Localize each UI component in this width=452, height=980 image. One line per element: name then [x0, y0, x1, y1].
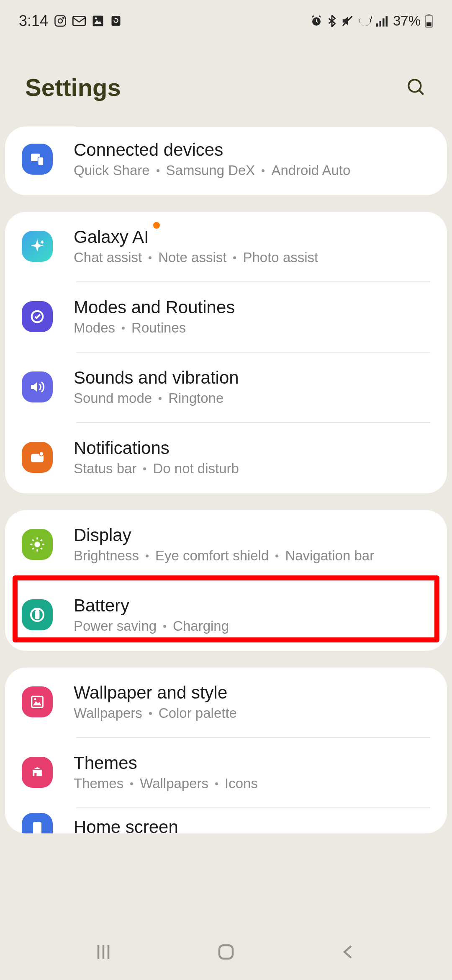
nav-recents-button[interactable] — [93, 942, 113, 964]
svg-point-1 — [58, 19, 62, 23]
item-text: Display BrightnessEye comfort shieldNavi… — [74, 525, 430, 564]
item-text: Wallpaper and style WallpapersColor pale… — [74, 683, 430, 721]
svg-point-6 — [95, 17, 97, 19]
galaxy-ai-icon — [22, 231, 53, 262]
battery-settings-icon — [22, 599, 53, 630]
mute-icon — [341, 15, 354, 27]
settings-item-notifications[interactable]: Notifications Status barDo not disturb — [5, 423, 447, 493]
battery-percentage: 37% — [393, 13, 421, 29]
item-subtitle: Power savingCharging — [74, 618, 430, 634]
item-subtitle: Status barDo not disturb — [74, 461, 430, 477]
item-text: Galaxy AI Chat assistNote assistPhoto as… — [74, 227, 430, 266]
item-text: Themes ThemesWallpapersIcons — [74, 753, 430, 792]
alarm-icon — [310, 15, 323, 27]
svg-line-33 — [32, 548, 33, 549]
nav-home-button[interactable] — [216, 942, 236, 964]
settings-item-modes-routines[interactable]: Modes and Routines ModesRoutines — [5, 282, 447, 353]
settings-item-connected-devices[interactable]: Connected devices Quick ShareSamsung DeX… — [5, 126, 447, 195]
item-title: Themes — [74, 753, 430, 773]
status-bar: 3:14 6 37% — [0, 0, 452, 40]
svg-rect-18 — [426, 22, 431, 26]
item-text: Modes and Routines ModesRoutines — [74, 297, 430, 336]
item-subtitle: WallpapersColor palette — [74, 705, 430, 721]
item-title: Battery — [74, 596, 430, 616]
svg-rect-12 — [376, 23, 378, 27]
item-title: Notifications — [74, 438, 430, 458]
item-title: Display — [74, 525, 430, 545]
settings-item-wallpaper-style[interactable]: Wallpaper and style WallpapersColor pale… — [5, 668, 447, 738]
item-text: Notifications Status barDo not disturb — [74, 438, 430, 477]
settings-item-battery[interactable]: Battery Power savingCharging — [5, 580, 447, 651]
item-subtitle: ModesRoutines — [74, 320, 430, 336]
svg-point-25 — [39, 452, 44, 456]
svg-rect-46 — [219, 945, 233, 959]
svg-rect-4 — [93, 15, 103, 26]
new-badge — [153, 222, 160, 229]
svg-rect-17 — [428, 14, 431, 15]
bluetooth-icon — [327, 15, 337, 27]
navigation-bar — [0, 926, 452, 980]
svg-rect-14 — [383, 18, 385, 27]
svg-rect-42 — [33, 822, 41, 833]
search-button[interactable] — [406, 77, 427, 98]
svg-rect-3 — [73, 16, 85, 25]
svg-rect-22 — [38, 157, 44, 165]
themes-icon — [22, 757, 53, 788]
svg-rect-7 — [112, 16, 121, 26]
settings-item-themes[interactable]: Themes ThemesWallpapersIcons — [5, 738, 447, 808]
settings-group-3: Display BrightnessEye comfort shieldNavi… — [5, 510, 447, 651]
home-screen-icon — [22, 813, 53, 833]
gmail-icon — [72, 15, 86, 27]
svg-line-20 — [419, 90, 423, 94]
item-subtitle: ThemesWallpapersIcons — [74, 776, 430, 792]
item-title: Home screen — [74, 817, 430, 833]
settings-item-display[interactable]: Display BrightnessEye comfort shieldNavi… — [5, 510, 447, 580]
wifi-icon: 6 — [358, 15, 372, 27]
svg-point-40 — [34, 698, 36, 700]
modes-routines-icon — [22, 301, 53, 332]
svg-text:6: 6 — [371, 15, 372, 21]
svg-line-34 — [41, 539, 42, 541]
item-subtitle: Chat assistNote assistPhoto assist — [74, 250, 430, 266]
item-title: Modes and Routines — [74, 297, 430, 317]
header: Settings — [0, 40, 452, 126]
svg-rect-15 — [385, 16, 388, 27]
status-time: 3:14 — [19, 12, 48, 30]
settings-item-galaxy-ai[interactable]: Galaxy AI Chat assistNote assistPhoto as… — [5, 212, 447, 282]
sounds-icon — [22, 371, 53, 402]
svg-line-32 — [41, 548, 42, 549]
instagram-icon — [54, 15, 67, 27]
item-text: Home screen — [74, 817, 430, 833]
nav-back-button[interactable] — [339, 942, 359, 964]
svg-marker-39 — [33, 701, 41, 705]
svg-rect-13 — [379, 21, 381, 27]
battery-icon — [425, 14, 433, 28]
settings-item-home-screen[interactable]: Home screen — [5, 808, 447, 833]
notifications-icon — [22, 442, 53, 473]
signal-icon — [376, 15, 389, 27]
item-text: Sounds and vibration Sound modeRingtone — [74, 368, 430, 406]
connected-devices-icon — [22, 144, 53, 175]
svg-point-2 — [63, 17, 64, 18]
item-title: Galaxy AI — [74, 227, 430, 247]
item-text: Connected devices Quick ShareSamsung DeX… — [74, 140, 430, 178]
svg-point-26 — [34, 542, 40, 547]
settings-group-4: Wallpaper and style WallpapersColor pale… — [5, 668, 447, 833]
settings-group-1: Connected devices Quick ShareSamsung DeX… — [5, 126, 447, 195]
update-icon — [110, 15, 122, 27]
status-right: 6 37% — [310, 13, 433, 29]
svg-rect-36 — [36, 611, 39, 619]
item-subtitle: Sound modeRingtone — [74, 390, 430, 406]
item-title: Sounds and vibration — [74, 368, 430, 388]
svg-point-19 — [408, 80, 421, 92]
page-title: Settings — [25, 73, 121, 101]
svg-rect-41 — [34, 773, 36, 776]
item-subtitle: BrightnessEye comfort shieldNavigation b… — [74, 548, 430, 564]
svg-rect-37 — [36, 610, 38, 611]
item-title: Wallpaper and style — [74, 683, 430, 703]
gallery-icon — [92, 15, 104, 27]
svg-rect-38 — [32, 696, 43, 708]
status-left: 3:14 — [19, 12, 122, 30]
settings-item-sounds-vibration[interactable]: Sounds and vibration Sound modeRingtone — [5, 353, 447, 423]
item-text: Battery Power savingCharging — [74, 596, 430, 634]
